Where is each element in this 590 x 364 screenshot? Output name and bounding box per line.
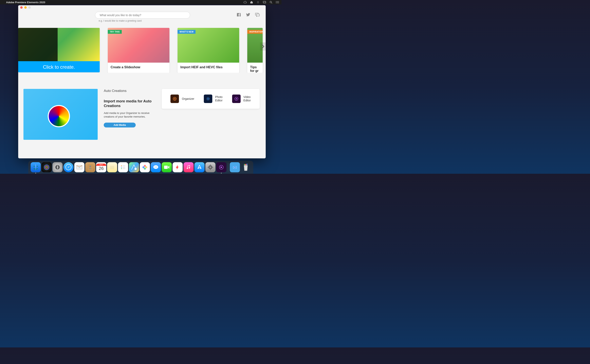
dock-news[interactable] bbox=[173, 162, 183, 172]
cards-row: Click to create. TRY THIS Create a Slide… bbox=[18, 22, 266, 73]
spotlight-icon[interactable] bbox=[269, 1, 272, 4]
organizer-icon bbox=[171, 95, 179, 103]
svg-point-2 bbox=[270, 1, 272, 3]
calendar-day: 26 bbox=[99, 166, 104, 171]
svg-point-21 bbox=[46, 166, 47, 168]
svg-point-13 bbox=[207, 97, 209, 100]
facebook-icon[interactable] bbox=[237, 13, 241, 17]
launcher-video-editor[interactable]: Video Editor bbox=[232, 95, 251, 103]
svg-point-8 bbox=[276, 2, 276, 2]
sync-icon[interactable] bbox=[256, 1, 260, 4]
card-image: WHAT'S NEW bbox=[178, 28, 239, 63]
close-button[interactable] bbox=[20, 6, 23, 9]
app-name[interactable]: Adobe Premiere Elements 2020 bbox=[6, 1, 45, 4]
dock-reminders[interactable] bbox=[118, 162, 128, 172]
menu-list-icon[interactable] bbox=[276, 1, 279, 4]
menubar: Adobe Premiere Elements 2020 bbox=[0, 0, 281, 4]
auto-description: Add media to your Organizer to receive c… bbox=[104, 111, 156, 119]
add-media-button[interactable]: Add Media bbox=[104, 123, 136, 127]
card-title: Create a Slideshow bbox=[108, 63, 169, 72]
notification-icon[interactable] bbox=[250, 1, 253, 4]
svg-point-38 bbox=[134, 168, 137, 170]
dock-contacts[interactable] bbox=[85, 162, 95, 172]
titlebar bbox=[18, 5, 266, 10]
svg-point-45 bbox=[155, 167, 156, 168]
dock-separator bbox=[228, 163, 228, 172]
minimize-button[interactable] bbox=[24, 6, 27, 9]
svg-point-20 bbox=[45, 166, 48, 169]
badge-whats-new: WHAT'S NEW bbox=[178, 30, 196, 34]
twitter-icon[interactable] bbox=[246, 13, 250, 17]
search-hint: e.g. I would like to make a greeting car… bbox=[99, 20, 190, 22]
dock-launchpad[interactable] bbox=[53, 162, 63, 172]
next-arrow[interactable] bbox=[260, 42, 266, 51]
dock-messages[interactable] bbox=[151, 162, 161, 172]
auto-heading: Auto Creations bbox=[104, 89, 156, 93]
launcher-organizer[interactable]: Organizer bbox=[171, 95, 194, 103]
svg-point-46 bbox=[157, 167, 157, 168]
svg-point-48 bbox=[187, 168, 188, 169]
svg-point-51 bbox=[210, 166, 211, 168]
svg-point-32 bbox=[121, 165, 122, 166]
dock-facetime[interactable] bbox=[162, 162, 172, 172]
dock-preferences[interactable] bbox=[206, 162, 216, 172]
svg-rect-61 bbox=[244, 164, 245, 165]
svg-point-7 bbox=[276, 1, 276, 2]
app-window: e.g. I would like to make a greeting car… bbox=[18, 5, 266, 158]
display-icon[interactable] bbox=[263, 1, 266, 4]
card-title: Tips for gr bbox=[247, 63, 263, 73]
svg-point-44 bbox=[154, 167, 155, 168]
auto-title: Import more media for Auto Creations bbox=[104, 99, 156, 109]
card-title: Import HEIF and HEVC files bbox=[178, 63, 239, 72]
photo-editor-icon bbox=[204, 95, 212, 103]
svg-point-59 bbox=[244, 165, 248, 166]
dock-finder[interactable] bbox=[31, 162, 41, 172]
svg-point-49 bbox=[189, 167, 190, 169]
card-heif[interactable]: WHAT'S NEW Import HEIF and HEVC files bbox=[178, 28, 239, 73]
dock-premiere-elements[interactable] bbox=[216, 162, 226, 172]
dock-photos[interactable] bbox=[140, 162, 150, 172]
svg-point-34 bbox=[121, 167, 122, 168]
launcher-label: Photo Editor bbox=[215, 95, 223, 102]
badge-inspiration: INSPIRATION bbox=[247, 30, 263, 34]
dock-notes[interactable] bbox=[107, 162, 117, 172]
launcher-label: Video Editor bbox=[243, 95, 251, 102]
auto-creations-image bbox=[23, 89, 98, 140]
feedback-icon[interactable] bbox=[255, 13, 260, 17]
launcher-photo-editor[interactable]: Photo Editor bbox=[204, 95, 223, 103]
dock-siri[interactable] bbox=[42, 162, 52, 172]
promo-image bbox=[18, 28, 100, 61]
search-input[interactable] bbox=[95, 12, 190, 19]
card-image: TRY THIS bbox=[108, 28, 169, 63]
calendar-month: OCT bbox=[96, 164, 106, 166]
svg-rect-0 bbox=[263, 1, 265, 3]
dock-appstore[interactable] bbox=[194, 162, 205, 172]
svg-rect-11 bbox=[256, 14, 259, 16]
zoom-button[interactable] bbox=[28, 6, 31, 9]
dock-calendar[interactable]: OCT 26 bbox=[96, 162, 106, 172]
svg-point-18 bbox=[37, 166, 38, 167]
dock-mail[interactable]: ✈ bbox=[74, 162, 85, 172]
promo-card[interactable]: Click to create. bbox=[18, 28, 100, 72]
svg-text:✈: ✈ bbox=[79, 167, 80, 169]
dock-downloads[interactable] bbox=[230, 162, 240, 172]
promo-text: Click to create. bbox=[18, 64, 100, 70]
svg-point-9 bbox=[276, 3, 276, 3]
dock-maps[interactable] bbox=[129, 162, 139, 172]
badge-try-this: TRY THIS bbox=[108, 30, 122, 34]
launchers-panel: Organizer Photo Editor Video Editor bbox=[162, 89, 260, 109]
launcher-label: Organizer bbox=[182, 97, 194, 101]
svg-rect-62 bbox=[246, 164, 248, 165]
video-editor-icon bbox=[232, 95, 241, 103]
svg-point-28 bbox=[90, 166, 91, 167]
card-slideshow[interactable]: TRY THIS Create a Slideshow bbox=[108, 28, 169, 73]
dock-safari[interactable] bbox=[64, 162, 73, 172]
svg-line-3 bbox=[271, 3, 272, 3]
dock-trash[interactable] bbox=[241, 162, 251, 172]
dock-music[interactable] bbox=[184, 162, 194, 172]
creative-cloud-icon[interactable] bbox=[243, 1, 247, 4]
svg-point-42 bbox=[143, 166, 145, 168]
dock: ✈ OCT 26 bbox=[28, 161, 253, 174]
svg-rect-47 bbox=[164, 166, 168, 169]
svg-point-17 bbox=[34, 166, 35, 167]
